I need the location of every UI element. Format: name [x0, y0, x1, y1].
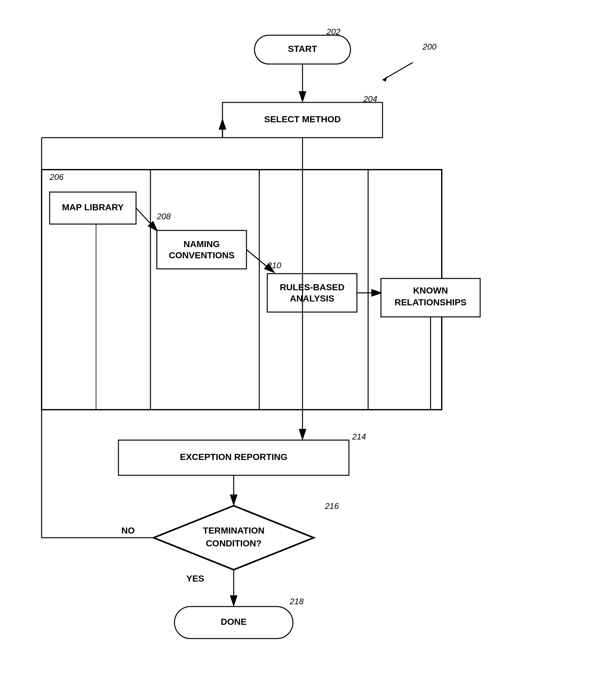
ref-208: 208	[156, 211, 171, 221]
ref-216: 216	[325, 501, 339, 511]
naming-conv-label2: CONVENTIONS	[169, 250, 234, 260]
svg-marker-3	[382, 76, 387, 82]
rules-based-node	[267, 274, 357, 312]
known-rel-label2: RELATIONSHIPS	[394, 297, 467, 307]
svg-line-9	[136, 208, 157, 230]
termination-label2: CONDITION?	[206, 539, 261, 548]
select-method-label: SELECT METHOD	[264, 114, 341, 124]
naming-conv-node	[157, 230, 247, 269]
ref-204: 204	[363, 94, 377, 104]
rules-based-label1: RULES-BASED	[280, 282, 345, 292]
ref-202: 202	[326, 27, 341, 36]
ref-218: 218	[289, 597, 304, 606]
termination-label1: TERMINATION	[203, 526, 264, 535]
termination-diamond	[154, 506, 314, 570]
ref-206: 206	[49, 172, 64, 182]
ref-214: 214	[352, 432, 366, 441]
svg-line-2	[382, 62, 413, 80]
map-library-label: MAP LIBRARY	[62, 202, 124, 212]
ref-200: 200	[422, 42, 437, 52]
yes-label: YES	[186, 574, 204, 583]
flowchart-diagram: 200 START 202 SELECT METHOD 204 206 MAP …	[0, 0, 605, 700]
naming-conv-label1: NAMING	[183, 239, 220, 249]
start-label: START	[288, 44, 317, 54]
done-label: DONE	[221, 617, 247, 627]
known-rel-label1: KNOWN	[413, 285, 448, 295]
exception-rep-label: EXCEPTION REPORTING	[180, 452, 287, 462]
ref-210: 210	[267, 260, 281, 270]
no-label: NO	[121, 526, 135, 535]
rules-based-label2: ANALYSIS	[290, 294, 334, 303]
